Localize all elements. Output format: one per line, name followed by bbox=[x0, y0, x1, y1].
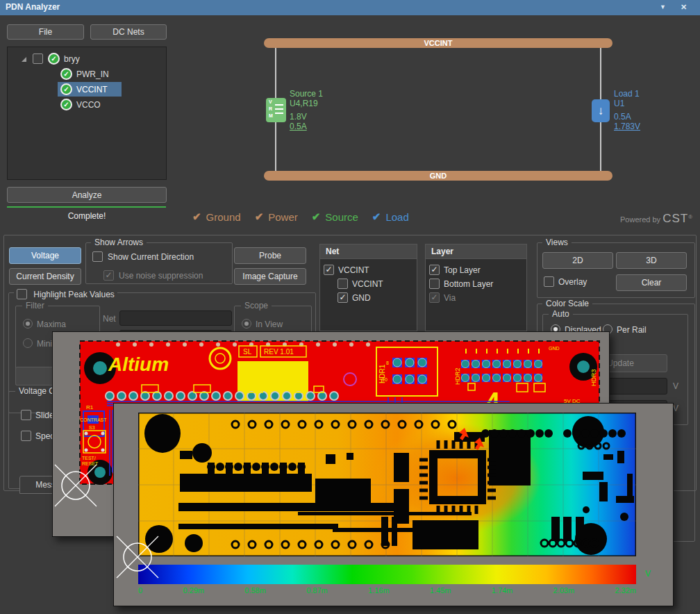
net-vccint-child-checkbox[interactable] bbox=[338, 279, 348, 289]
load-parts[interactable]: U1 bbox=[614, 99, 640, 108]
overlay-checkbox[interactable] bbox=[544, 276, 554, 287]
net-field-label: Net bbox=[103, 314, 116, 324]
source-current[interactable]: 0.5A bbox=[290, 122, 323, 131]
analyze-button[interactable]: Analyze bbox=[7, 187, 167, 203]
via-checkbox[interactable]: ✓ bbox=[429, 292, 440, 303]
down-arrow-icon: ↓ bbox=[598, 104, 604, 118]
svg-text:S3: S3 bbox=[89, 425, 95, 430]
maxima-radio[interactable] bbox=[23, 319, 33, 329]
tree-row-pwr-in[interactable]: ✓ PWR_IN bbox=[8, 67, 166, 82]
show-current-direction-checkbox[interactable] bbox=[92, 251, 103, 262]
in-view-radio[interactable] bbox=[242, 319, 251, 329]
tree-item-label[interactable]: VCCINT bbox=[76, 85, 108, 94]
tree-row-vcco[interactable]: ✓ VCCO bbox=[8, 97, 166, 113]
highlight-peak-checkbox[interactable] bbox=[17, 289, 27, 299]
per-rail-label[interactable]: Per Rail bbox=[617, 325, 647, 335]
net-gnd-checkbox[interactable]: ✓ bbox=[338, 292, 348, 303]
tree-item-label[interactable]: VCCO bbox=[76, 100, 101, 110]
load-current[interactable]: 0.5A bbox=[614, 112, 640, 122]
svg-text:10: 10 bbox=[382, 377, 388, 382]
load-info: Load 1 U1 0.5A 1.783V bbox=[614, 89, 640, 131]
svg-text:GND: GND bbox=[549, 346, 560, 351]
color-scale-bar bbox=[138, 565, 636, 584]
source-name[interactable]: Source 1 bbox=[290, 89, 323, 99]
top-layer-label[interactable]: Top Layer bbox=[444, 265, 481, 275]
view-3d-button[interactable]: 3D bbox=[616, 252, 687, 269]
voltage-map-window[interactable]: V 0 0.29m 0.58m 0.87m 1.16m 1.45m 1.74m … bbox=[113, 403, 674, 606]
check-icon: ✔ bbox=[372, 210, 381, 223]
expander-icon[interactable] bbox=[22, 57, 26, 62]
layer-panel-header: Layer bbox=[425, 244, 527, 259]
legend-source: ✔ Source bbox=[312, 210, 358, 223]
vrm-letter: M bbox=[269, 113, 273, 118]
scale-tick: 1.16m bbox=[368, 586, 390, 595]
minima-radio[interactable] bbox=[23, 338, 33, 348]
overlay-label[interactable]: Overlay bbox=[558, 277, 587, 287]
voltage-map-image[interactable] bbox=[138, 413, 636, 556]
collapse-icon[interactable]: ▼ bbox=[660, 3, 666, 10]
load-icon[interactable]: ↓ bbox=[592, 99, 610, 122]
scale-tick: 0 bbox=[138, 586, 142, 595]
source-parts[interactable]: U4,R19 bbox=[290, 99, 323, 108]
image-capture-button[interactable]: Image Capture bbox=[234, 268, 306, 285]
close-icon[interactable]: ✕ bbox=[681, 3, 687, 12]
net-vccint-parent-label[interactable]: VCCINT bbox=[338, 265, 369, 275]
maxima-label[interactable]: Maxima bbox=[37, 320, 66, 329]
tree-item-label[interactable]: PWR_IN bbox=[76, 69, 109, 79]
file-button[interactable]: File bbox=[7, 24, 84, 40]
top-layer-checkbox[interactable]: ✓ bbox=[429, 265, 440, 275]
tree-root-checkbox[interactable] bbox=[33, 53, 43, 64]
views-title: Views bbox=[542, 238, 572, 247]
source-voltage[interactable]: 1.8V bbox=[290, 112, 323, 122]
status-ok-icon: ✓ bbox=[60, 99, 72, 110]
scale-tick: 1.74m bbox=[492, 586, 513, 595]
show-current-direction-label[interactable]: Show Current Direction bbox=[108, 252, 194, 262]
cst-logo: CST bbox=[662, 212, 688, 225]
noise-suppression-checkbox[interactable]: ✓ bbox=[103, 270, 114, 281]
gnd-bus[interactable]: GND bbox=[264, 171, 612, 181]
bottom-layer-checkbox[interactable] bbox=[429, 279, 440, 289]
scale-max-unit: V bbox=[673, 381, 678, 391]
status-ok-icon: ✓ bbox=[60, 68, 72, 80]
load-voltage[interactable]: 1.783V bbox=[614, 122, 640, 131]
svg-text:HDR2: HDR2 bbox=[454, 367, 461, 385]
specific-checkbox[interactable] bbox=[21, 431, 31, 441]
vrm-letter: V bbox=[269, 99, 272, 104]
slider-checkbox[interactable] bbox=[21, 410, 31, 420]
net-vccint-child-label[interactable]: VCCINT bbox=[352, 279, 383, 289]
tree-row-bryy[interactable]: ✓ bryy bbox=[8, 51, 166, 67]
via-label[interactable]: Via bbox=[444, 293, 456, 303]
scale-min-unit: V bbox=[673, 404, 678, 413]
probe-button[interactable]: Probe bbox=[234, 247, 306, 264]
vccint-bus[interactable]: VCCINT bbox=[264, 38, 612, 48]
highlight-peak-label[interactable]: Highlight Peak Values bbox=[33, 290, 115, 299]
legend-ground: ✔ Ground bbox=[192, 210, 241, 223]
title-bar[interactable]: PDN Analyzer ▼ ✕ bbox=[0, 0, 700, 15]
voltage-mode-button[interactable]: Voltage bbox=[9, 247, 81, 264]
highlight-net-field[interactable] bbox=[119, 310, 232, 326]
clear-button[interactable]: Clear bbox=[616, 274, 687, 291]
scale-tick: 2.32m bbox=[615, 586, 636, 595]
svg-text:SL: SL bbox=[243, 348, 252, 356]
check-icon: ✔ bbox=[255, 210, 264, 223]
minima-label[interactable]: Mini bbox=[37, 339, 52, 349]
filter-title: Filter bbox=[22, 301, 48, 310]
svg-text:CONTRAST: CONTRAST bbox=[80, 417, 107, 422]
noise-suppression-label[interactable]: Use noise suppression bbox=[119, 271, 203, 281]
scale-tick: 0.58m bbox=[244, 586, 266, 595]
load-name[interactable]: Load 1 bbox=[614, 89, 640, 99]
tree-row-vccint[interactable]: ✓ VCCINT bbox=[8, 82, 166, 97]
svg-text:R1: R1 bbox=[86, 404, 94, 410]
tree-root-label[interactable]: bryy bbox=[64, 54, 80, 64]
show-arrows-title: Show Arrows bbox=[91, 238, 147, 247]
view-2d-button[interactable]: 2D bbox=[542, 252, 613, 269]
bottom-layer-label[interactable]: Bottom Layer bbox=[444, 279, 493, 289]
dc-nets-button[interactable]: DC Nets bbox=[90, 24, 167, 40]
net-gnd-label[interactable]: GND bbox=[352, 293, 371, 303]
vrm-source-icon[interactable]: V R M bbox=[266, 98, 286, 122]
in-view-label[interactable]: In View bbox=[256, 320, 283, 329]
net-vccint-parent-checkbox[interactable]: ✓ bbox=[324, 265, 334, 275]
svg-text:REV 1.01: REV 1.01 bbox=[264, 348, 294, 356]
current-density-button[interactable]: Current Density bbox=[9, 268, 81, 285]
pdn-analyzer-window: PDN Analyzer ▼ ✕ File DC Nets ✓ bryy ✓ P… bbox=[0, 0, 700, 614]
